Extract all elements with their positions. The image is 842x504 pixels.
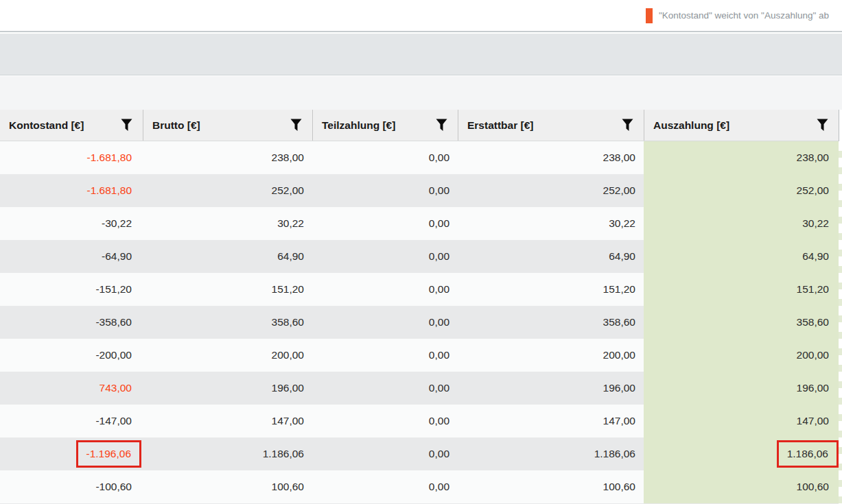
cell-value: 238,00 (603, 152, 635, 164)
cell-value: 147,00 (797, 415, 829, 427)
cell-auszahlung[interactable]: 358,60 (644, 306, 839, 339)
filter-icon[interactable] (622, 119, 633, 132)
cell-value: 252,00 (272, 184, 304, 197)
cell-value: 358,60 (272, 316, 304, 328)
cell-erstattbar[interactable]: 196,00 (458, 372, 644, 405)
cell-value: 0,00 (429, 152, 449, 164)
column-header-label: Erstattbar [€] (467, 119, 533, 132)
cell-kontostand[interactable]: -1.681,80 (0, 141, 143, 174)
cell-auszahlung[interactable]: 151,20 (644, 273, 839, 306)
cell-brutto[interactable]: 252,00 (143, 174, 312, 207)
grid-page: "Kontostand" weicht von "Auszahlung" ab … (0, 0, 842, 504)
cell-erstattbar[interactable]: 238,00 (458, 141, 644, 174)
cell-kontostand[interactable]: -30,22 (0, 207, 143, 240)
cell-teilzahlung[interactable]: 0,00 (312, 273, 458, 306)
table-row: -100,60 100,60 0,00 100,60 100,60 (0, 470, 839, 503)
cell-kontostand[interactable]: -200,00 (0, 339, 143, 372)
cell-kontostand[interactable]: -147,00 (0, 405, 143, 437)
cell-value: 151,20 (272, 283, 304, 296)
cell-value: 0,00 (429, 481, 449, 493)
cell-erstattbar[interactable]: 252,00 (458, 174, 644, 207)
cell-value: 64,90 (609, 250, 635, 263)
cell-teilzahlung[interactable]: 0,00 (312, 339, 458, 372)
cell-brutto[interactable]: 147,00 (143, 405, 312, 437)
cell-teilzahlung[interactable]: 0,00 (312, 405, 458, 437)
cell-erstattbar[interactable]: 151,20 (458, 273, 644, 306)
column-header-0[interactable]: Kontostand [€] (0, 110, 143, 141)
cell-value: 200,00 (797, 349, 829, 361)
cell-auszahlung[interactable]: 252,00 (644, 174, 839, 207)
cell-teilzahlung[interactable]: 0,00 (312, 437, 458, 470)
cell-erstattbar[interactable]: 358,60 (458, 306, 644, 339)
cell-value: -1.681,80 (87, 184, 132, 197)
vertical-scrollbar[interactable] (839, 141, 842, 504)
cell-kontostand[interactable]: 743,00 (0, 372, 143, 405)
cell-brutto[interactable]: 64,90 (143, 240, 312, 273)
cell-teilzahlung[interactable]: 0,00 (312, 141, 458, 174)
cell-kontostand[interactable]: -151,20 (0, 273, 143, 306)
cell-erstattbar[interactable]: 30,22 (458, 207, 644, 240)
cell-erstattbar[interactable]: 147,00 (458, 405, 644, 437)
cell-auszahlung[interactable]: 200,00 (644, 339, 839, 372)
scrollbar-gutter-header (839, 110, 842, 141)
column-header-1[interactable]: Brutto [€] (143, 110, 312, 141)
filter-icon[interactable] (817, 119, 828, 132)
cell-teilzahlung[interactable]: 0,00 (312, 372, 458, 405)
cell-erstattbar[interactable]: 64,90 (458, 240, 644, 273)
cell-brutto[interactable]: 238,00 (143, 141, 312, 174)
cell-kontostand[interactable]: -64,90 (0, 240, 143, 273)
cell-value: 64,90 (277, 250, 304, 263)
cell-value: -151,20 (95, 283, 132, 296)
cell-brutto[interactable]: 200,00 (143, 339, 312, 372)
cell-value: 0,00 (429, 382, 449, 394)
column-header-label: Teilzahlung [€] (322, 119, 395, 132)
cell-kontostand[interactable]: -100,60 (0, 470, 143, 503)
cell-auszahlung[interactable]: 64,90 (644, 240, 839, 273)
column-header-4[interactable]: Auszahlung [€] (644, 110, 839, 141)
cell-value: 1.186,06 (777, 440, 839, 468)
column-header-3[interactable]: Erstattbar [€] (458, 110, 644, 141)
cell-erstattbar[interactable]: 100,60 (458, 470, 644, 503)
cell-erstattbar[interactable]: 200,00 (458, 339, 644, 372)
cell-auszahlung[interactable]: 147,00 (644, 405, 839, 437)
filter-icon[interactable] (436, 119, 447, 132)
cell-erstattbar[interactable]: 1.186,06 (458, 437, 644, 470)
column-header-label: Auszahlung [€] (653, 119, 729, 132)
filter-icon[interactable] (121, 119, 132, 132)
cell-brutto[interactable]: 100,60 (143, 470, 312, 503)
table-row: -1.681,80 252,00 0,00 252,00 252,00 (0, 174, 839, 207)
cell-brutto[interactable]: 1.186,06 (143, 437, 312, 470)
cell-auszahlung[interactable]: 30,22 (644, 207, 839, 240)
cell-teilzahlung[interactable]: 0,00 (312, 174, 458, 207)
toolbar-band (0, 34, 842, 75)
cell-kontostand[interactable]: -1.196,06 (0, 437, 143, 470)
cell-value: 151,20 (603, 283, 635, 296)
cell-auszahlung[interactable]: 100,60 (644, 470, 839, 503)
cell-value: 1.186,06 (263, 448, 304, 460)
cell-teilzahlung[interactable]: 0,00 (312, 240, 458, 273)
cell-value: 200,00 (603, 349, 635, 361)
cell-auszahlung[interactable]: 1.186,06 (644, 437, 839, 470)
cell-teilzahlung[interactable]: 0,00 (312, 207, 458, 240)
column-header-label: Brutto [€] (152, 119, 200, 132)
cell-kontostand[interactable]: -358,60 (0, 306, 143, 339)
cell-value: 147,00 (272, 415, 304, 427)
filter-icon[interactable] (290, 119, 302, 132)
cell-auszahlung[interactable]: 238,00 (644, 141, 839, 174)
cell-brutto[interactable]: 196,00 (143, 372, 312, 405)
cell-brutto[interactable]: 151,20 (143, 273, 312, 306)
cell-kontostand[interactable]: -1.681,80 (0, 174, 143, 207)
top-toolbar: "Kontostand" weicht von "Auszahlung" ab (0, 0, 842, 32)
cell-value: 743,00 (100, 382, 132, 394)
cell-value: 30,22 (802, 217, 829, 230)
cell-value: 358,60 (603, 316, 635, 328)
cell-teilzahlung[interactable]: 0,00 (312, 470, 458, 503)
cell-value: 0,00 (429, 448, 449, 460)
cell-auszahlung[interactable]: 196,00 (644, 372, 839, 405)
table-row: -64,90 64,90 0,00 64,90 64,90 (0, 240, 839, 273)
cell-teilzahlung[interactable]: 0,00 (312, 306, 458, 339)
cell-brutto[interactable]: 30,22 (143, 207, 312, 240)
column-header-2[interactable]: Teilzahlung [€] (312, 110, 458, 141)
cell-value: 147,00 (603, 415, 635, 427)
cell-brutto[interactable]: 358,60 (143, 306, 312, 339)
